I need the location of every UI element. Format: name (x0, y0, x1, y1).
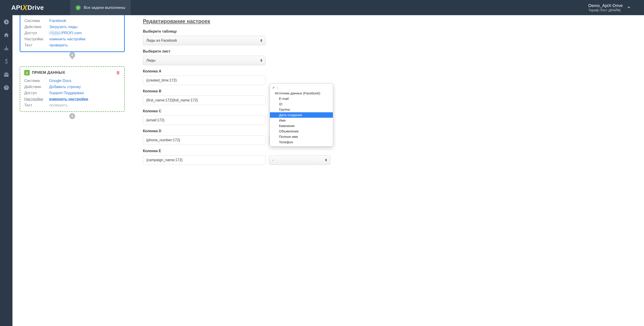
receiver-settings-row: Настройки изменить настройки (24, 96, 120, 102)
rail-briefcase-icon[interactable] (3, 71, 10, 78)
source-access-value[interactable]: HiddenPROFI.com (49, 30, 120, 36)
sheet-field: Выберите лист Лиды (143, 49, 634, 65)
status-bar: Все задачи выполнены (70, 0, 131, 15)
dropdown-opt-fullname[interactable]: Полное имя (270, 134, 333, 140)
receiver-settings-label: Настройки (24, 96, 49, 102)
rail-help-icon[interactable] (3, 84, 10, 91)
column-c-label: Колонка C (143, 109, 634, 113)
source-action-value[interactable]: Загрузить лиды (49, 24, 120, 30)
select-arrows-icon (260, 39, 262, 42)
column-a-label: Колонка A (143, 69, 634, 73)
receiver-settings-value[interactable]: изменить настройки (49, 96, 120, 102)
receiver-system-value[interactable]: Google Docs (49, 78, 120, 84)
dropdown-opt-name[interactable]: Имя (270, 118, 333, 123)
dropdown-opt-dash[interactable]: - (270, 85, 333, 90)
account-plan: Тариф |Тест ДРАЙВ| (588, 8, 623, 12)
status-text: Все задачи выполнены (84, 6, 125, 10)
source-card: Система Facebook Действие Загрузить лиды… (20, 15, 125, 52)
logo-x: X (22, 3, 28, 12)
source-access-hidden: Hidden (49, 31, 62, 35)
receiver-system-label: Система (24, 78, 49, 84)
logo-api: API (11, 4, 22, 11)
source-test-value[interactable]: проверить (49, 42, 120, 48)
dropdown-group: Источник данных (Facebook) (270, 90, 333, 96)
dropdown-opt-id[interactable]: ID (270, 102, 333, 107)
account-menu[interactable]: Demo_ApiX-Drive Тариф |Тест ДРАЙВ| (588, 0, 644, 15)
source-action-label: Действие (24, 24, 49, 30)
source-system-value[interactable]: Facebook (49, 18, 120, 24)
column-b-label: Колонка B (143, 89, 634, 93)
step-title: ПРИЕМ ДАННЫХ (32, 70, 65, 75)
column-b-field: Колонка B (143, 89, 634, 105)
source-action-row: Действие Загрузить лиды (24, 24, 120, 30)
receiver-test-value: проверить (49, 102, 120, 108)
account-name: Demo_ApiX-Drive (588, 3, 623, 8)
source-settings-label: Настройки (24, 36, 49, 42)
logo[interactable]: API X Drive (11, 3, 44, 12)
field-dropdown[interactable]: - Источник данных (Facebook) E-mail ID Г… (270, 84, 333, 146)
column-e-field: Колонка E - (143, 149, 634, 165)
logo-wrap: API X Drive (0, 0, 70, 15)
source-access-row: Доступ HiddenPROFI.com (24, 30, 120, 36)
receiver-test-label: Тест (24, 102, 49, 108)
dropdown-opt-campaign[interactable]: Кампания (270, 123, 333, 128)
column-a-field: Колонка A (143, 69, 634, 85)
sheet-select[interactable]: Лиды (143, 56, 266, 65)
receiver-access-value[interactable]: Support Поддержка (49, 90, 120, 96)
add-step-button-2[interactable]: + (69, 113, 75, 119)
source-system-label: Система (24, 18, 49, 24)
source-settings-value[interactable]: изменить настройки (49, 36, 120, 42)
receiver-action-row: Действие Добавить строчку (24, 84, 120, 90)
column-a-input[interactable] (143, 76, 266, 85)
source-settings-row: Настройки изменить настройки (24, 36, 120, 42)
right-column: Редактирование настроек Выберите таблицу… (132, 15, 644, 326)
receiver-action-value[interactable]: Добавить строчку (49, 84, 120, 90)
dropdown-opt-email[interactable]: E-mail (270, 96, 333, 102)
dropdown-opt-phone[interactable]: Телефон (270, 140, 333, 145)
receiver-access-label: Доступ (24, 90, 49, 96)
dropdown-opt-ad[interactable]: Объявление (270, 128, 333, 134)
column-e-label: Колонка E (143, 149, 634, 153)
select-arrows-icon (325, 159, 327, 162)
dropdown-opt-created[interactable]: Дата создания (270, 112, 333, 118)
column-d-field: Колонка D - (143, 129, 634, 145)
app-header: API X Drive Все задачи выполнены Demo_Ap… (0, 0, 644, 15)
check-circle-icon (76, 5, 80, 10)
trash-icon[interactable]: 🗑 (116, 70, 120, 75)
rail-arrow-icon[interactable] (3, 18, 10, 26)
left-column: Система Facebook Действие Загрузить лиды… (12, 15, 132, 326)
column-e-input[interactable] (143, 155, 266, 165)
table-select[interactable]: Лиды из Facebook (143, 36, 266, 45)
source-access-suffix: PROFI.com (62, 31, 82, 35)
column-c-input[interactable] (143, 116, 266, 125)
receiver-access-row: Доступ Support Поддержка (24, 90, 120, 96)
sheet-label: Выберите лист (143, 49, 634, 54)
add-step-button[interactable]: + (69, 52, 75, 58)
source-system-row: Система Facebook (24, 18, 120, 24)
rail-dollar-icon[interactable] (3, 58, 10, 65)
source-access-label: Доступ (24, 30, 49, 36)
step-badge: 2 (24, 70, 30, 76)
receiver-header: 2 ПРИЕМ ДАННЫХ 🗑 (24, 70, 120, 76)
section-title: Редактирование настроек (143, 18, 634, 24)
column-d-label: Колонка D (143, 129, 634, 133)
connector-1: + (20, 52, 125, 60)
rail-workflow-icon[interactable] (3, 44, 10, 52)
column-b-input[interactable] (143, 96, 266, 105)
table-label: Выберите таблицу (143, 30, 634, 34)
chevron-down-icon (627, 7, 630, 8)
dropdown-opt-group[interactable]: Группа (270, 107, 333, 112)
source-test-row: Тест проверить (24, 42, 120, 48)
table-field: Выберите таблицу Лиды из Facebook (143, 30, 634, 45)
source-test-label: Тест (24, 42, 49, 48)
select-arrows-icon (260, 59, 262, 62)
column-d-input[interactable] (143, 136, 266, 145)
column-e-picker-value: - (272, 158, 273, 162)
column-e-picker[interactable]: - (269, 155, 330, 165)
receiver-system-row: Система Google Docs (24, 78, 120, 84)
connector-arrow-icon (71, 58, 74, 60)
rail-home-icon[interactable] (3, 32, 10, 39)
column-c-field: Колонка C (143, 109, 634, 125)
connector-2: + (20, 113, 125, 119)
sheet-select-value: Лиды (146, 58, 155, 62)
